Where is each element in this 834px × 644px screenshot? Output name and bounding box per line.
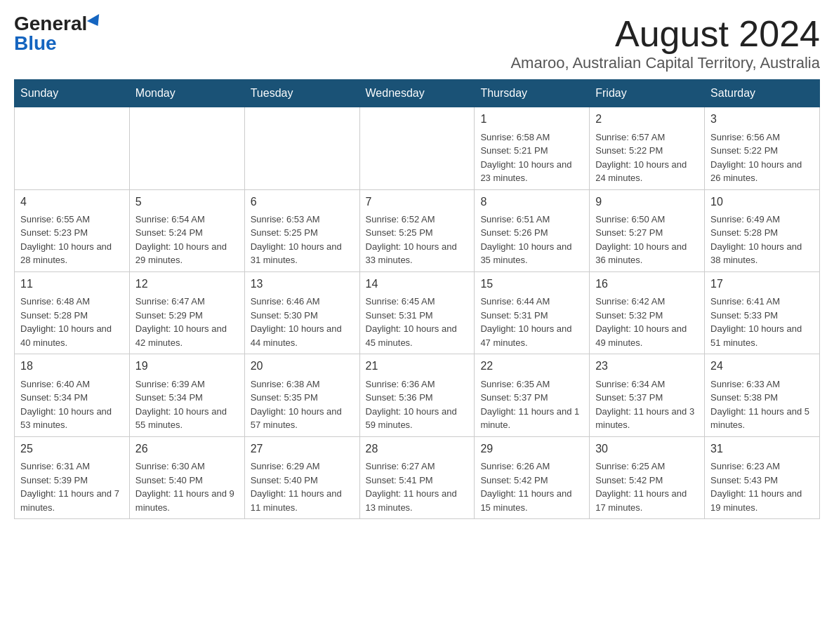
calendar-cell: 4Sunrise: 6:55 AM Sunset: 5:23 PM Daylig… [15, 189, 130, 271]
calendar-cell: 21Sunrise: 6:36 AM Sunset: 5:36 PM Dayli… [359, 354, 475, 436]
calendar-cell: 12Sunrise: 6:47 AM Sunset: 5:29 PM Dayli… [129, 271, 244, 354]
day-header-wednesday: Wednesday [359, 80, 475, 107]
day-number: 26 [135, 441, 239, 457]
calendar-week-row: 25Sunrise: 6:31 AM Sunset: 5:39 PM Dayli… [15, 436, 820, 518]
day-number: 6 [251, 194, 354, 210]
day-info: Sunrise: 6:44 AM Sunset: 5:31 PM Dayligh… [480, 295, 583, 349]
calendar-cell: 20Sunrise: 6:38 AM Sunset: 5:35 PM Dayli… [244, 354, 359, 436]
page-header: General Blue August 2024 Amaroo, Austral… [14, 14, 820, 72]
day-info: Sunrise: 6:49 AM Sunset: 5:28 PM Dayligh… [710, 213, 814, 267]
calendar-cell [244, 107, 359, 189]
day-info: Sunrise: 6:57 AM Sunset: 5:22 PM Dayligh… [595, 130, 699, 185]
day-info: Sunrise: 6:26 AM Sunset: 5:42 PM Dayligh… [480, 459, 583, 514]
calendar-cell: 5Sunrise: 6:54 AM Sunset: 5:24 PM Daylig… [129, 189, 244, 271]
day-number: 31 [710, 441, 814, 457]
day-info: Sunrise: 6:29 AM Sunset: 5:40 PM Dayligh… [251, 459, 354, 514]
day-header-friday: Friday [590, 80, 705, 107]
day-number: 12 [135, 276, 239, 292]
day-number: 18 [20, 358, 124, 374]
calendar-cell: 30Sunrise: 6:25 AM Sunset: 5:42 PM Dayli… [590, 436, 705, 518]
day-number: 3 [710, 112, 814, 127]
calendar-cell: 13Sunrise: 6:46 AM Sunset: 5:30 PM Dayli… [244, 271, 359, 354]
day-info: Sunrise: 6:53 AM Sunset: 5:25 PM Dayligh… [251, 213, 354, 267]
day-info: Sunrise: 6:54 AM Sunset: 5:24 PM Dayligh… [135, 213, 239, 267]
day-info: Sunrise: 6:52 AM Sunset: 5:25 PM Dayligh… [366, 213, 469, 267]
day-info: Sunrise: 6:55 AM Sunset: 5:23 PM Dayligh… [20, 213, 124, 267]
location-text: Amaroo, Australian Capital Territory, Au… [510, 54, 820, 72]
calendar-cell: 26Sunrise: 6:30 AM Sunset: 5:40 PM Dayli… [129, 436, 244, 518]
calendar-cell: 7Sunrise: 6:52 AM Sunset: 5:25 PM Daylig… [359, 189, 475, 271]
day-number: 29 [480, 441, 583, 457]
day-info: Sunrise: 6:36 AM Sunset: 5:36 PM Dayligh… [366, 377, 469, 432]
day-info: Sunrise: 6:42 AM Sunset: 5:32 PM Dayligh… [595, 295, 699, 349]
calendar-cell: 24Sunrise: 6:33 AM Sunset: 5:38 PM Dayli… [705, 354, 820, 436]
day-number: 20 [251, 358, 354, 374]
calendar-cell: 6Sunrise: 6:53 AM Sunset: 5:25 PM Daylig… [244, 189, 359, 271]
logo-triangle-icon [87, 14, 104, 29]
logo-general-text: General [14, 14, 87, 34]
calendar-cell: 17Sunrise: 6:41 AM Sunset: 5:33 PM Dayli… [705, 271, 820, 354]
month-title: August 2024 [510, 14, 820, 54]
calendar-week-row: 18Sunrise: 6:40 AM Sunset: 5:34 PM Dayli… [15, 354, 820, 436]
calendar-cell: 22Sunrise: 6:35 AM Sunset: 5:37 PM Dayli… [475, 354, 590, 436]
calendar-cell: 27Sunrise: 6:29 AM Sunset: 5:40 PM Dayli… [244, 436, 359, 518]
day-number: 14 [366, 276, 469, 292]
calendar-cell [359, 107, 475, 189]
calendar-cell: 18Sunrise: 6:40 AM Sunset: 5:34 PM Dayli… [15, 354, 130, 436]
calendar-cell: 2Sunrise: 6:57 AM Sunset: 5:22 PM Daylig… [590, 107, 705, 189]
day-info: Sunrise: 6:23 AM Sunset: 5:43 PM Dayligh… [710, 459, 814, 514]
day-number: 13 [251, 276, 354, 292]
day-info: Sunrise: 6:45 AM Sunset: 5:31 PM Dayligh… [366, 295, 469, 349]
day-number: 1 [480, 112, 583, 127]
day-header-sunday: Sunday [15, 80, 130, 107]
day-number: 16 [595, 276, 699, 292]
calendar-cell [129, 107, 244, 189]
calendar-cell: 31Sunrise: 6:23 AM Sunset: 5:43 PM Dayli… [705, 436, 820, 518]
calendar-header-row: SundayMondayTuesdayWednesdayThursdayFrid… [15, 80, 820, 107]
day-number: 30 [595, 441, 699, 457]
day-info: Sunrise: 6:30 AM Sunset: 5:40 PM Dayligh… [135, 459, 239, 514]
calendar-cell: 29Sunrise: 6:26 AM Sunset: 5:42 PM Dayli… [475, 436, 590, 518]
day-number: 7 [366, 194, 469, 210]
day-number: 23 [595, 358, 699, 374]
day-number: 24 [710, 358, 814, 374]
day-number: 5 [135, 194, 239, 210]
day-header-tuesday: Tuesday [244, 80, 359, 107]
day-number: 2 [595, 112, 699, 127]
day-info: Sunrise: 6:51 AM Sunset: 5:26 PM Dayligh… [480, 213, 583, 267]
calendar-cell: 28Sunrise: 6:27 AM Sunset: 5:41 PM Dayli… [359, 436, 475, 518]
calendar-cell: 11Sunrise: 6:48 AM Sunset: 5:28 PM Dayli… [15, 271, 130, 354]
day-number: 9 [595, 194, 699, 210]
day-number: 15 [480, 276, 583, 292]
calendar-table: SundayMondayTuesdayWednesdayThursdayFrid… [14, 79, 820, 519]
day-info: Sunrise: 6:47 AM Sunset: 5:29 PM Dayligh… [135, 295, 239, 349]
day-info: Sunrise: 6:58 AM Sunset: 5:21 PM Dayligh… [480, 130, 583, 185]
day-info: Sunrise: 6:56 AM Sunset: 5:22 PM Dayligh… [710, 130, 814, 185]
calendar-cell: 9Sunrise: 6:50 AM Sunset: 5:27 PM Daylig… [590, 189, 705, 271]
day-number: 19 [135, 358, 239, 374]
calendar-cell: 23Sunrise: 6:34 AM Sunset: 5:37 PM Dayli… [590, 354, 705, 436]
day-info: Sunrise: 6:50 AM Sunset: 5:27 PM Dayligh… [595, 213, 699, 267]
day-info: Sunrise: 6:25 AM Sunset: 5:42 PM Dayligh… [595, 459, 699, 514]
calendar-cell: 16Sunrise: 6:42 AM Sunset: 5:32 PM Dayli… [590, 271, 705, 354]
day-info: Sunrise: 6:40 AM Sunset: 5:34 PM Dayligh… [20, 377, 124, 432]
day-number: 28 [366, 441, 469, 457]
calendar-cell: 8Sunrise: 6:51 AM Sunset: 5:26 PM Daylig… [475, 189, 590, 271]
day-header-saturday: Saturday [705, 80, 820, 107]
day-number: 10 [710, 194, 814, 210]
calendar-week-row: 1Sunrise: 6:58 AM Sunset: 5:21 PM Daylig… [15, 107, 820, 189]
calendar-cell: 10Sunrise: 6:49 AM Sunset: 5:28 PM Dayli… [705, 189, 820, 271]
day-number: 8 [480, 194, 583, 210]
logo: General Blue [14, 14, 102, 53]
day-info: Sunrise: 6:27 AM Sunset: 5:41 PM Dayligh… [366, 459, 469, 514]
day-number: 21 [366, 358, 469, 374]
day-info: Sunrise: 6:38 AM Sunset: 5:35 PM Dayligh… [251, 377, 354, 432]
day-info: Sunrise: 6:48 AM Sunset: 5:28 PM Dayligh… [20, 295, 124, 349]
title-section: August 2024 Amaroo, Australian Capital T… [510, 14, 820, 72]
day-info: Sunrise: 6:46 AM Sunset: 5:30 PM Dayligh… [251, 295, 354, 349]
calendar-cell: 3Sunrise: 6:56 AM Sunset: 5:22 PM Daylig… [705, 107, 820, 189]
day-header-thursday: Thursday [475, 80, 590, 107]
day-number: 25 [20, 441, 124, 457]
calendar-cell: 19Sunrise: 6:39 AM Sunset: 5:34 PM Dayli… [129, 354, 244, 436]
day-info: Sunrise: 6:31 AM Sunset: 5:39 PM Dayligh… [20, 459, 124, 514]
